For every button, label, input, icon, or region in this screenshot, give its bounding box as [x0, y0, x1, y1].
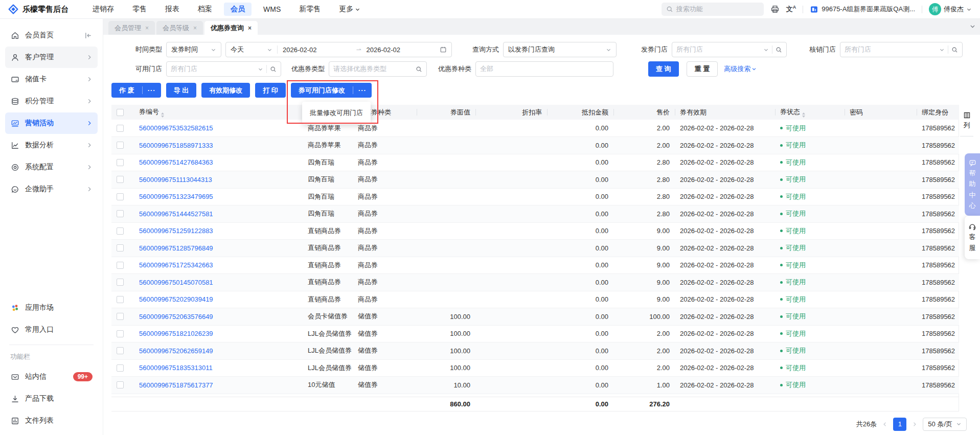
coupon-id-link[interactable]: 56000996751444527581 — [139, 210, 213, 218]
close-tab-icon[interactable]: × — [193, 25, 197, 31]
row-checkbox[interactable] — [117, 296, 124, 303]
coupon-id-link[interactable]: 56000996751835313011 — [139, 364, 213, 372]
nav-item-retail[interactable]: 零售 — [126, 3, 153, 16]
print-icon[interactable] — [770, 5, 780, 14]
next-page-button[interactable] — [911, 421, 918, 427]
nav-item-reports[interactable]: 报表 — [158, 3, 186, 16]
nav-item-wms[interactable]: WMS — [257, 3, 287, 15]
tab-member-management[interactable]: 会员管理× — [108, 21, 155, 35]
nav-item-more[interactable]: 更多 — [332, 3, 367, 16]
row-checkbox[interactable] — [117, 313, 124, 320]
close-tab-icon[interactable]: × — [248, 25, 252, 31]
row-checkbox[interactable] — [117, 159, 124, 166]
row-checkbox[interactable] — [117, 279, 124, 286]
sidebar-item-customer-management[interactable]: 客户管理 — [5, 47, 98, 68]
row-checkbox[interactable] — [117, 176, 124, 183]
sort-icon[interactable] — [161, 112, 164, 118]
row-checkbox[interactable] — [117, 125, 124, 132]
dropdown-item-batch-modify-stores[interactable]: 批量修改可用门店 — [310, 108, 363, 118]
coupon-id-link[interactable]: 56000996751285796849 — [139, 244, 213, 252]
coupon-type-input[interactable]: 请选择优惠券类型 — [329, 61, 427, 77]
search-icon[interactable] — [951, 47, 958, 53]
calendar-icon[interactable] — [440, 46, 447, 53]
issue-store-select[interactable]: 所有门店 — [672, 42, 787, 57]
coupon-id-link[interactable]: 56000996751875617377 — [139, 381, 213, 389]
sidebar-item-product-download[interactable]: 产品下载 — [5, 388, 98, 409]
row-checkbox[interactable] — [117, 227, 124, 235]
sidebar-item-inbox[interactable]: 站内信99+ — [5, 366, 98, 387]
verify-store-select[interactable]: 所有门店 — [840, 42, 963, 57]
row-checkbox[interactable] — [117, 364, 124, 372]
advanced-search-link[interactable]: 高级搜索 — [724, 64, 757, 74]
start-date-input[interactable]: 2026-02-02 — [278, 46, 356, 54]
row-checkbox[interactable] — [117, 244, 124, 251]
sidebar-item-marketing-activities[interactable]: 营销活动 — [5, 112, 98, 134]
sidebar-item-stored-value-card[interactable]: 储值卡 — [5, 68, 98, 90]
toolbar-button-void[interactable]: 作 废··· — [111, 83, 161, 98]
coupon-category-input[interactable]: 全部 — [475, 61, 613, 77]
close-tab-icon[interactable]: × — [145, 25, 149, 31]
coupon-id-link[interactable]: 56000996751323479695 — [139, 193, 213, 200]
nav-item-archives[interactable]: 档案 — [191, 3, 219, 16]
help-center-tab[interactable]: 帮助中心 — [965, 153, 980, 216]
search-icon[interactable] — [270, 66, 277, 73]
tab-coupon-query[interactable]: 优惠券查询× — [204, 21, 258, 35]
coupon-id-link[interactable]: 56000996751113044313 — [139, 176, 212, 184]
sidebar-item-favorites[interactable]: 常用入口 — [5, 319, 98, 340]
global-search-input[interactable]: 搜索功能 — [662, 3, 764, 16]
sidebar-item-data-analysis[interactable]: 数据分析 — [5, 134, 98, 156]
toolbar-button-store-modify[interactable]: 券可用门店修改··· — [291, 83, 372, 98]
coupon-id-link[interactable]: 56000996752063576649 — [139, 313, 213, 320]
row-checkbox[interactable] — [117, 347, 124, 354]
more-actions-icon[interactable]: ··· — [353, 86, 372, 94]
tab-member-level[interactable]: 会员等级× — [156, 21, 203, 35]
coupon-id-link[interactable]: 56000996751259122883 — [139, 227, 213, 235]
coupon-id-link[interactable]: 56000996750145070581 — [139, 279, 213, 286]
coupon-id-link[interactable]: 56000996753532582615 — [139, 124, 213, 132]
reset-button[interactable]: 重 置 — [687, 61, 718, 77]
time-type-select[interactable]: 发券时间 — [166, 42, 221, 57]
row-checkbox[interactable] — [117, 142, 124, 149]
row-checkbox[interactable] — [117, 193, 124, 200]
toolbar-button-validity-modify[interactable]: 有效期修改 — [201, 83, 250, 98]
sidebar-item-wecom-assistant[interactable]: 企微助手 — [5, 178, 98, 200]
coupon-id-link[interactable]: 56000996752062659149 — [139, 347, 213, 355]
search-icon[interactable] — [416, 66, 422, 73]
column-settings-button[interactable]: 列 — [960, 111, 973, 136]
usable-store-select[interactable]: 所有门店 — [166, 61, 281, 77]
coupon-id-link[interactable]: 56000996751821026239 — [139, 330, 213, 337]
nav-item-new-retail[interactable]: 新零售 — [292, 3, 327, 16]
nav-item-inventory[interactable]: 进销存 — [86, 3, 121, 16]
row-checkbox[interactable] — [117, 330, 124, 337]
workspace-switcher[interactable]: 99675-A组新界面果蔬版QA测... — [810, 5, 915, 14]
customer-service-tab[interactable]: 客服 — [965, 216, 980, 259]
end-date-input[interactable]: 2026-02-02 — [361, 46, 440, 54]
row-checkbox[interactable] — [117, 262, 124, 269]
query-mode-select[interactable]: 以发券门店查询 — [503, 42, 617, 57]
row-checkbox[interactable] — [117, 381, 124, 388]
coupon-id-link[interactable]: 56000996752029039419 — [139, 295, 213, 303]
quick-range-select[interactable]: 今天 — [226, 45, 277, 54]
nav-item-members[interactable]: 会员 — [224, 3, 252, 16]
search-icon[interactable] — [776, 47, 782, 53]
row-checkbox[interactable] — [117, 210, 124, 217]
sort-icon[interactable] — [802, 112, 805, 118]
app-logo[interactable]: 乐檬零售后台 — [8, 4, 69, 14]
toolbar-button-print[interactable]: 打 印 — [255, 83, 286, 98]
toolbar-button-export[interactable]: 导 出 — [166, 83, 197, 98]
coupon-id-link[interactable]: 56000996751858971333 — [139, 142, 213, 149]
page-number[interactable]: 1 — [893, 418, 906, 431]
sidebar-collapse-icon[interactable] — [84, 31, 93, 40]
select-all-checkbox[interactable] — [117, 109, 124, 116]
sidebar-item-app-market[interactable]: 应用市场 — [5, 297, 98, 318]
coupon-id-link[interactable]: 56000996751427684363 — [139, 158, 213, 166]
sidebar-item-system-config[interactable]: 系统配置 — [5, 156, 98, 178]
user-menu[interactable]: 傅 傅俊杰 — [929, 3, 972, 15]
sidebar-item-member-home[interactable]: 会员首页 — [5, 25, 98, 46]
translate-icon[interactable]: 文A — [786, 5, 796, 14]
search-button[interactable]: 查 询 — [648, 61, 679, 77]
tab-list-chevron-icon[interactable] — [969, 23, 976, 30]
coupon-id-link[interactable]: 56000996751725342663 — [139, 261, 213, 269]
sidebar-item-file-list[interactable]: 文件列表 — [5, 410, 98, 431]
prev-page-button[interactable] — [882, 421, 888, 427]
